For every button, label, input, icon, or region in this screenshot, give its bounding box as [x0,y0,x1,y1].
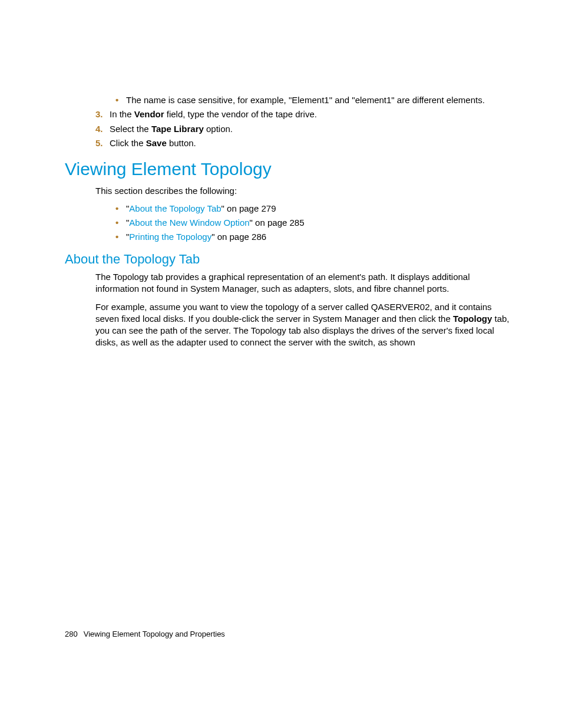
list-item-text: "Printing the Topology" on page 286 [126,231,515,243]
list-item-text: Select the Tape Library option. [110,123,515,135]
list-item-text: In the Vendor field, type the vendor of … [110,108,515,120]
bullet-icon: • [115,94,126,106]
bold-term: Topology [453,314,492,324]
text-run: option. [204,124,233,134]
page-footer: 280Viewing Element Topology and Properti… [65,629,225,640]
bullet-icon: • [115,217,126,229]
list-item-text: "About the Topology Tab" on page 279 [126,203,515,215]
footer-title: Viewing Element Topology and Properties [84,630,225,638]
ordered-list-item-5: 5. Click the Save button. [95,137,515,149]
text-run: button. [167,138,196,148]
list-item: • "About the New Window Option" on page … [115,217,515,229]
cross-reference-link[interactable]: About the Topology Tab [129,203,221,213]
list-number: 4. [95,123,110,135]
bullet-icon: • [115,231,126,243]
list-item: • "Printing the Topology" on page 286 [115,231,515,243]
cross-reference-link[interactable]: About the New Window Option [129,218,249,228]
text-run: " on page 279 [222,203,276,213]
cross-reference-link[interactable]: Printing the Topology [129,232,211,242]
heading-2: About the Topology Tab [65,251,515,268]
text-run: Click the [110,138,146,148]
bold-term: Save [146,138,167,148]
document-page: • The name is case sensitive, for exampl… [0,0,562,728]
text-run: For example, assume you want to view the… [95,302,492,324]
text-run: " on page 286 [211,232,266,242]
bullet-icon: • [115,203,126,215]
list-number: 3. [95,108,110,120]
body-paragraph: For example, assume you want to view the… [95,301,515,349]
list-item-text: "About the New Window Option" on page 28… [126,217,515,229]
list-item-text: The name is case sensitive, for example,… [126,94,515,106]
list-item: • "About the Topology Tab" on page 279 [115,203,515,215]
bold-term: Tape Library [151,124,204,134]
text-run: Select the [110,124,151,134]
list-item: • The name is case sensitive, for exampl… [115,94,515,106]
body-paragraph: The Topology tab provides a graphical re… [95,271,515,295]
bold-term: Vendor [134,109,164,119]
ordered-list-item-3: 3. In the Vendor field, type the vendor … [95,108,515,120]
text-run: " on page 285 [250,218,305,228]
ordered-list-item-4: 4. Select the Tape Library option. [95,123,515,135]
text-run: In the [110,109,134,119]
text-run: field, type the vendor of the tape drive… [164,109,317,119]
list-number: 5. [95,137,110,149]
page-number: 280 [65,630,78,638]
heading-1: Viewing Element Topology [65,157,515,182]
body-text: This section describes the following: [95,185,515,197]
list-item-text: Click the Save button. [110,137,515,149]
